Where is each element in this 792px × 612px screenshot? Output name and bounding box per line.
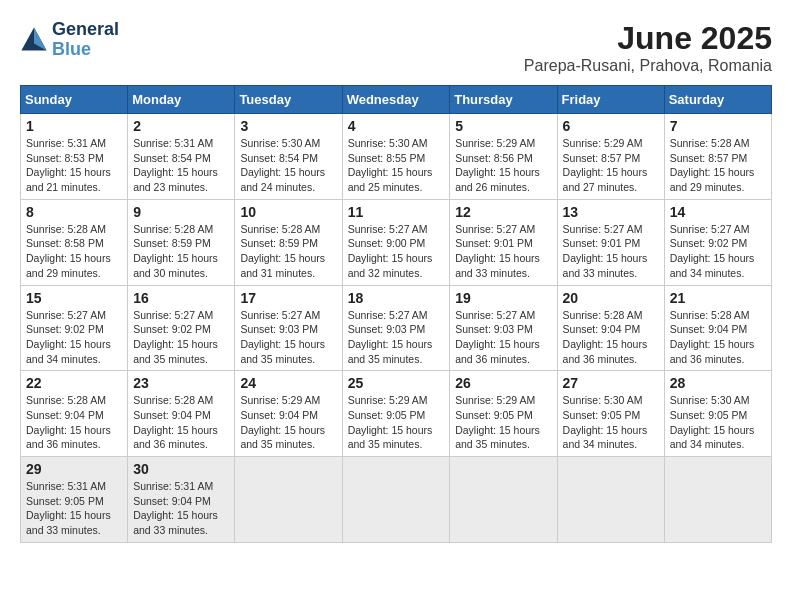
col-wednesday: Wednesday (342, 86, 450, 114)
day-number: 6 (563, 118, 659, 134)
day-number: 4 (348, 118, 445, 134)
day-info: Sunrise: 5:27 AM Sunset: 9:01 PM Dayligh… (563, 222, 659, 281)
day-number: 8 (26, 204, 122, 220)
day-number: 7 (670, 118, 766, 134)
day-info: Sunrise: 5:27 AM Sunset: 9:02 PM Dayligh… (133, 308, 229, 367)
day-info: Sunrise: 5:31 AM Sunset: 9:04 PM Dayligh… (133, 479, 229, 538)
day-number: 21 (670, 290, 766, 306)
day-number: 14 (670, 204, 766, 220)
day-number: 3 (240, 118, 336, 134)
day-number: 29 (26, 461, 122, 477)
day-number: 15 (26, 290, 122, 306)
table-row: 19Sunrise: 5:27 AM Sunset: 9:03 PM Dayli… (450, 285, 557, 371)
day-number: 1 (26, 118, 122, 134)
table-row (664, 457, 771, 543)
day-number: 11 (348, 204, 445, 220)
day-number: 19 (455, 290, 551, 306)
table-row: 7Sunrise: 5:28 AM Sunset: 8:57 PM Daylig… (664, 114, 771, 200)
day-number: 30 (133, 461, 229, 477)
day-number: 2 (133, 118, 229, 134)
calendar-header-row: Sunday Monday Tuesday Wednesday Thursday… (21, 86, 772, 114)
day-number: 24 (240, 375, 336, 391)
table-row (450, 457, 557, 543)
day-info: Sunrise: 5:29 AM Sunset: 9:05 PM Dayligh… (348, 393, 445, 452)
day-info: Sunrise: 5:28 AM Sunset: 9:04 PM Dayligh… (26, 393, 122, 452)
day-number: 23 (133, 375, 229, 391)
table-row: 8Sunrise: 5:28 AM Sunset: 8:58 PM Daylig… (21, 199, 128, 285)
table-row (557, 457, 664, 543)
day-number: 12 (455, 204, 551, 220)
col-thursday: Thursday (450, 86, 557, 114)
col-saturday: Saturday (664, 86, 771, 114)
calendar-week-row: 1Sunrise: 5:31 AM Sunset: 8:53 PM Daylig… (21, 114, 772, 200)
table-row: 20Sunrise: 5:28 AM Sunset: 9:04 PM Dayli… (557, 285, 664, 371)
day-number: 18 (348, 290, 445, 306)
day-number: 17 (240, 290, 336, 306)
day-info: Sunrise: 5:31 AM Sunset: 8:54 PM Dayligh… (133, 136, 229, 195)
day-info: Sunrise: 5:29 AM Sunset: 9:04 PM Dayligh… (240, 393, 336, 452)
day-info: Sunrise: 5:28 AM Sunset: 9:04 PM Dayligh… (670, 308, 766, 367)
day-info: Sunrise: 5:31 AM Sunset: 8:53 PM Dayligh… (26, 136, 122, 195)
col-monday: Monday (128, 86, 235, 114)
day-info: Sunrise: 5:27 AM Sunset: 9:03 PM Dayligh… (455, 308, 551, 367)
table-row: 22Sunrise: 5:28 AM Sunset: 9:04 PM Dayli… (21, 371, 128, 457)
day-info: Sunrise: 5:30 AM Sunset: 9:05 PM Dayligh… (670, 393, 766, 452)
table-row: 17Sunrise: 5:27 AM Sunset: 9:03 PM Dayli… (235, 285, 342, 371)
day-number: 25 (348, 375, 445, 391)
day-info: Sunrise: 5:28 AM Sunset: 9:04 PM Dayligh… (133, 393, 229, 452)
day-info: Sunrise: 5:27 AM Sunset: 9:01 PM Dayligh… (455, 222, 551, 281)
day-info: Sunrise: 5:28 AM Sunset: 8:59 PM Dayligh… (240, 222, 336, 281)
day-info: Sunrise: 5:27 AM Sunset: 9:03 PM Dayligh… (240, 308, 336, 367)
day-info: Sunrise: 5:29 AM Sunset: 9:05 PM Dayligh… (455, 393, 551, 452)
day-info: Sunrise: 5:27 AM Sunset: 9:00 PM Dayligh… (348, 222, 445, 281)
col-friday: Friday (557, 86, 664, 114)
month-title: June 2025 (524, 20, 772, 57)
location-title: Parepa-Rusani, Prahova, Romania (524, 57, 772, 75)
page-header: General Blue June 2025 Parepa-Rusani, Pr… (20, 20, 772, 75)
logo-text: General Blue (52, 20, 119, 60)
table-row: 15Sunrise: 5:27 AM Sunset: 9:02 PM Dayli… (21, 285, 128, 371)
table-row: 10Sunrise: 5:28 AM Sunset: 8:59 PM Dayli… (235, 199, 342, 285)
day-number: 13 (563, 204, 659, 220)
day-number: 5 (455, 118, 551, 134)
calendar-week-row: 15Sunrise: 5:27 AM Sunset: 9:02 PM Dayli… (21, 285, 772, 371)
day-info: Sunrise: 5:30 AM Sunset: 8:55 PM Dayligh… (348, 136, 445, 195)
table-row: 13Sunrise: 5:27 AM Sunset: 9:01 PM Dayli… (557, 199, 664, 285)
table-row: 24Sunrise: 5:29 AM Sunset: 9:04 PM Dayli… (235, 371, 342, 457)
table-row (235, 457, 342, 543)
table-row: 28Sunrise: 5:30 AM Sunset: 9:05 PM Dayli… (664, 371, 771, 457)
table-row: 29Sunrise: 5:31 AM Sunset: 9:05 PM Dayli… (21, 457, 128, 543)
table-row: 3Sunrise: 5:30 AM Sunset: 8:54 PM Daylig… (235, 114, 342, 200)
col-tuesday: Tuesday (235, 86, 342, 114)
day-number: 28 (670, 375, 766, 391)
day-info: Sunrise: 5:30 AM Sunset: 9:05 PM Dayligh… (563, 393, 659, 452)
table-row (342, 457, 450, 543)
table-row: 4Sunrise: 5:30 AM Sunset: 8:55 PM Daylig… (342, 114, 450, 200)
day-number: 20 (563, 290, 659, 306)
table-row: 9Sunrise: 5:28 AM Sunset: 8:59 PM Daylig… (128, 199, 235, 285)
logo: General Blue (20, 20, 119, 60)
table-row: 30Sunrise: 5:31 AM Sunset: 9:04 PM Dayli… (128, 457, 235, 543)
day-info: Sunrise: 5:27 AM Sunset: 9:02 PM Dayligh… (670, 222, 766, 281)
table-row: 26Sunrise: 5:29 AM Sunset: 9:05 PM Dayli… (450, 371, 557, 457)
day-info: Sunrise: 5:29 AM Sunset: 8:57 PM Dayligh… (563, 136, 659, 195)
logo-icon (20, 26, 48, 54)
table-row: 21Sunrise: 5:28 AM Sunset: 9:04 PM Dayli… (664, 285, 771, 371)
day-info: Sunrise: 5:28 AM Sunset: 9:04 PM Dayligh… (563, 308, 659, 367)
day-info: Sunrise: 5:28 AM Sunset: 8:57 PM Dayligh… (670, 136, 766, 195)
table-row: 23Sunrise: 5:28 AM Sunset: 9:04 PM Dayli… (128, 371, 235, 457)
day-number: 10 (240, 204, 336, 220)
day-number: 16 (133, 290, 229, 306)
calendar-table: Sunday Monday Tuesday Wednesday Thursday… (20, 85, 772, 543)
day-info: Sunrise: 5:27 AM Sunset: 9:03 PM Dayligh… (348, 308, 445, 367)
table-row: 27Sunrise: 5:30 AM Sunset: 9:05 PM Dayli… (557, 371, 664, 457)
day-number: 9 (133, 204, 229, 220)
table-row: 11Sunrise: 5:27 AM Sunset: 9:00 PM Dayli… (342, 199, 450, 285)
table-row: 18Sunrise: 5:27 AM Sunset: 9:03 PM Dayli… (342, 285, 450, 371)
day-info: Sunrise: 5:31 AM Sunset: 9:05 PM Dayligh… (26, 479, 122, 538)
table-row: 16Sunrise: 5:27 AM Sunset: 9:02 PM Dayli… (128, 285, 235, 371)
table-row: 25Sunrise: 5:29 AM Sunset: 9:05 PM Dayli… (342, 371, 450, 457)
calendar-week-row: 8Sunrise: 5:28 AM Sunset: 8:58 PM Daylig… (21, 199, 772, 285)
day-info: Sunrise: 5:29 AM Sunset: 8:56 PM Dayligh… (455, 136, 551, 195)
day-number: 22 (26, 375, 122, 391)
